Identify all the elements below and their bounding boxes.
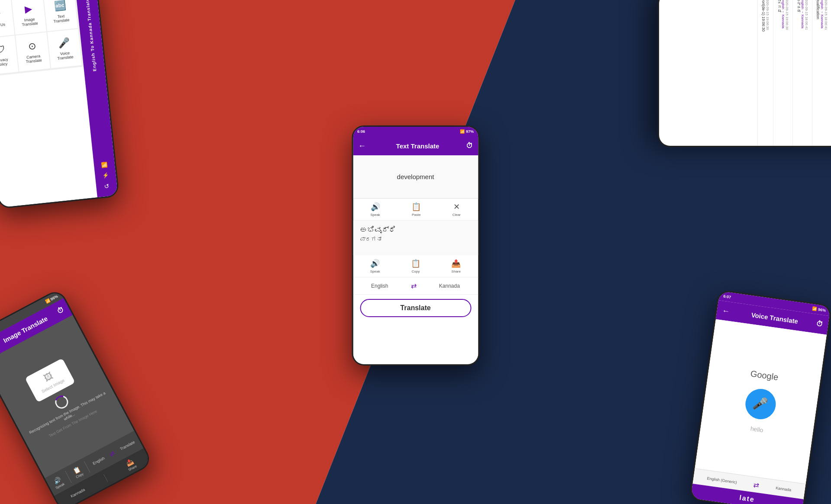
divider-2 — [84, 461, 91, 473]
speak-icon: 🔊 — [371, 202, 380, 212]
share-label-out: Share — [452, 270, 461, 273]
voice-body: Google 🎤 hello — [695, 319, 827, 484]
voice-translate-label: late — [739, 494, 755, 503]
history-langs-3: English → Kannada — [801, 0, 805, 141]
menu-text-label: Text Translate — [49, 13, 74, 24]
divider-3 — [103, 474, 108, 482]
status-bar-4: 6:06 📶 97% — [353, 127, 478, 136]
speak-btn-img[interactable]: 🔊 Speak — [51, 475, 65, 490]
lang-selector: English ⇄ Kannada — [353, 277, 478, 295]
history-date-5: 2020-09-15 19:06:30 — [766, 0, 770, 141]
image-upload-icon: 🖼 — [42, 370, 54, 383]
english-label-img: English — [92, 456, 106, 466]
divider-1 — [65, 471, 71, 483]
history-langs-4: English ← Kannada — [781, 0, 785, 141]
share-icon-out: 📤 — [451, 259, 461, 268]
strip-title: English To Kannada Translator — [84, 0, 97, 71]
history-item-2: 2020-09-15 18:06:41 English → Kannada Qu… — [812, 0, 831, 146]
time-5: 6:07 — [723, 294, 731, 299]
history-text-4: ಪ್ರಗತಿ — [777, 0, 781, 141]
phone-text-translate: 6:06 📶 97% ← Text Translate ⏱ developmen… — [352, 125, 479, 366]
star-icon: ★ — [0, 9, 2, 21]
translate-btn-container: Translate — [353, 295, 478, 321]
shield-icon: 🛡 — [0, 44, 6, 56]
voice-target-lang[interactable]: Kannada — [776, 485, 792, 492]
clear-label: Clear — [453, 213, 461, 217]
history-date-4: 2020-09-15 19:06:30 — [785, 0, 789, 141]
translated-line1: ಅಭಿವೃದ್ಧಿ — [360, 226, 471, 234]
share-btn-img[interactable]: 📤 Share — [124, 457, 138, 472]
strip-bottom-icons: 📶 ⚡ ↺ — [101, 161, 110, 189]
menu-voice-label: Voice Translate — [53, 50, 78, 61]
translate-label-img: Translate — [120, 440, 136, 451]
share-btn-out[interactable]: 📤 Share — [451, 259, 461, 273]
history-item-3: 2020-09-15 18:06:41 English → Kannada ಅರ… — [792, 0, 812, 146]
translation-output: ಅಭಿವೃದ್ಧಿ ಪ್ರಗತಿ — [353, 221, 478, 255]
menu-text-translate[interactable]: 🔤 Text Translate — [43, 0, 78, 31]
paste-label: Paste — [412, 213, 420, 217]
speak-label-out: Speak — [370, 270, 380, 273]
history-date-2: 2020-09-15 18:06:41 — [824, 0, 828, 141]
status-icons-5: 📶 96% — [812, 307, 826, 313]
menu-camera-label: Camera Translate — [21, 53, 46, 64]
text-translate-title: Text Translate — [369, 142, 466, 150]
voice-source-lang[interactable]: English (Generic) — [707, 476, 737, 485]
phone-menu: 6:05 📶 97% ★ Rate Us ▶ Image Translate 🔤 — [0, 0, 120, 209]
copy-btn-out[interactable]: 📋 Copy — [411, 259, 420, 273]
mic-button[interactable]: 🎤 — [743, 387, 777, 421]
app-bar-text: ← Text Translate ⏱ — [353, 136, 478, 155]
text-icon: 🔤 — [54, 0, 67, 12]
history-date-3: 2020-09-15 18:06:41 — [805, 0, 808, 141]
back-button-text[interactable]: ← — [358, 141, 366, 151]
swap-btn[interactable]: ⇄ — [411, 282, 417, 290]
voice-swap-btn[interactable]: ⇄ — [753, 481, 760, 490]
output-actions: 🔊 Speak 📋 Copy 📤 Share — [353, 255, 478, 277]
loading-spinner — [53, 393, 71, 411]
paste-icon: 📋 — [411, 202, 421, 212]
image-icon: ▶ — [24, 3, 33, 16]
speak-icon-out: 🔊 — [370, 259, 380, 268]
history-text-2: Qualification — [816, 0, 820, 141]
input-text: development — [397, 173, 434, 180]
time-4: 6:06 — [357, 129, 365, 134]
speak-btn[interactable]: 🔊 Speak — [370, 202, 380, 217]
input-area[interactable]: development — [353, 155, 478, 199]
phone-history: 9:08 📶 96% ← History List ⏱ 2020-09-15 1… — [658, 0, 831, 147]
status-icons-4: 📶 97% — [460, 129, 474, 134]
select-image-label: Select Image — [41, 378, 65, 394]
camera-icon: ⊙ — [28, 40, 37, 52]
history-text-5: Port(de-1) 19:06:30 — [761, 0, 766, 141]
history-langs-2: English → Kannada — [820, 0, 824, 141]
speak-btn-out[interactable]: 🔊 Speak — [370, 259, 380, 273]
history-item-4: 2020-09-15 19:06:30 English ← Kannada ಪ್… — [773, 0, 792, 146]
menu-voice[interactable]: 🎤 Voice Translate — [47, 29, 82, 68]
clear-btn[interactable]: ✕ Clear — [453, 202, 461, 217]
paste-btn[interactable]: 📋 Paste — [411, 202, 421, 217]
translated-line2: ಪ್ರಗತಿ — [360, 236, 471, 243]
menu-image-label: Image Translate — [17, 16, 42, 28]
history-item-5: 2020-09-15 19:06:30 Port(de-1) 19:06:30 — [757, 0, 773, 146]
copy-btn-img[interactable]: 📋 Copy — [71, 465, 84, 479]
input-actions: 🔊 Speak 📋 Paste ✕ Clear — [353, 199, 478, 221]
speak-label: Speak — [370, 213, 380, 217]
clear-icon: ✕ — [453, 202, 460, 212]
swap-btn-img[interactable]: ⇄ — [108, 449, 116, 458]
history-text-3: ಅರ್ಹತೆ — [796, 0, 801, 141]
mic-icon: 🎤 — [58, 37, 71, 49]
copy-icon-out: 📋 — [411, 259, 420, 268]
menu-privacy[interactable]: 🛡 Privacy Policy — [0, 35, 19, 75]
history-btn-text[interactable]: ⏱ — [466, 142, 473, 150]
translate-button[interactable]: Translate — [360, 299, 471, 317]
target-lang-btn[interactable]: Kannada — [439, 283, 460, 289]
menu-rate-label: Rate Us — [0, 22, 5, 28]
select-image-btn[interactable]: 🖼 Select Image — [25, 358, 75, 402]
google-text: Google — [750, 369, 779, 382]
menu-image-translate[interactable]: ▶ Image Translate — [12, 0, 46, 35]
kannada-label-img: Kannada — [70, 487, 86, 498]
menu-privacy-label: Privacy Policy — [0, 57, 14, 68]
back-button-voice[interactable]: ← — [721, 306, 731, 316]
history-btn-voice[interactable]: ⏱ — [815, 320, 823, 328]
microphone-icon: 🎤 — [752, 396, 769, 412]
menu-camera[interactable]: ⊙ Camera Translate — [16, 32, 50, 72]
source-lang-btn[interactable]: English — [371, 283, 388, 289]
